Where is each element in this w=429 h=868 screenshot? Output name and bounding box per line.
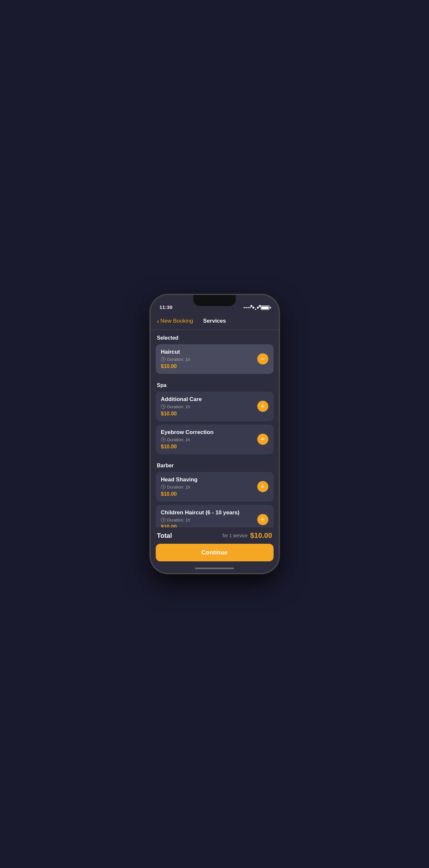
section-selected-label: Selected <box>156 330 274 344</box>
status-time: 11:30 <box>160 304 173 310</box>
notch <box>193 295 236 306</box>
service-count-label: for 1 service <box>223 533 247 538</box>
services-scroll[interactable]: Selected Haircut Duration: 1h $10.00 − S… <box>151 330 279 528</box>
service-card-children-haircut[interactable]: Children Haircut (6 - 10 years) Duration… <box>156 505 274 528</box>
clock-icon-eyebrow <box>161 437 165 442</box>
service-card-eyebrow[interactable]: Eyebrow Correction Duration: 1h $10.00 + <box>156 425 274 454</box>
section-spa-label: Spa <box>156 377 274 392</box>
add-additional-care-button[interactable]: + <box>257 401 268 412</box>
section-barber-label: Barber <box>156 458 274 472</box>
plus-icon-head-shaving: + <box>261 483 265 490</box>
service-price-head-shaving: $10.00 <box>161 491 257 497</box>
service-card-head-shaving[interactable]: Head Shaving Duration: 1h $10.00 + <box>156 472 274 502</box>
service-name-haircut: Haircut <box>161 349 257 355</box>
service-price-haircut: $10.00 <box>161 364 257 369</box>
total-amount: $10.00 <box>250 531 272 540</box>
phone-frame: 11:30 ‹ New Booking Services Se <box>151 295 279 573</box>
service-info-additional-care: Additional Care Duration: 1h $10.00 <box>161 396 257 417</box>
service-price-additional-care: $10.00 <box>161 411 257 417</box>
service-info-children-haircut: Children Haircut (6 - 10 years) Duration… <box>161 509 257 528</box>
plus-icon-eyebrow: + <box>261 436 265 443</box>
clock-icon-haircut <box>161 357 165 362</box>
service-duration-head-shaving: Duration: 1h <box>161 485 257 490</box>
service-duration-haircut: Duration: 1h <box>161 357 257 362</box>
nav-header: ‹ New Booking Services <box>151 312 279 330</box>
add-children-haircut-button[interactable]: + <box>257 514 268 525</box>
clock-icon-head-shaving <box>161 485 165 489</box>
service-price-eyebrow: $10.00 <box>161 444 257 450</box>
service-name-children-haircut: Children Haircut (6 - 10 years) <box>161 509 257 516</box>
remove-haircut-button[interactable]: − <box>257 353 268 365</box>
home-indicator <box>151 563 279 573</box>
service-duration-children-haircut: Duration: 1h <box>161 518 257 523</box>
back-button[interactable]: ‹ New Booking <box>157 318 193 324</box>
total-row: Total for 1 service $10.00 <box>156 531 274 540</box>
home-bar <box>195 567 234 569</box>
service-info-haircut: Haircut Duration: 1h $10.00 <box>161 349 257 369</box>
plus-icon-additional-care: + <box>261 403 265 410</box>
service-duration-eyebrow: Duration: 1h <box>161 437 257 442</box>
service-name-additional-care: Additional Care <box>161 396 257 403</box>
battery-icon <box>261 305 270 310</box>
service-price-children-haircut: $10.00 <box>161 524 257 528</box>
service-card-haircut[interactable]: Haircut Duration: 1h $10.00 − <box>156 344 274 374</box>
service-duration-additional-care: Duration: 1h <box>161 404 257 409</box>
add-eyebrow-button[interactable]: + <box>257 434 268 445</box>
service-info-eyebrow: Eyebrow Correction Duration: 1h $10.00 <box>161 429 257 450</box>
back-label: New Booking <box>160 318 193 324</box>
total-label: Total <box>157 532 172 539</box>
service-name-head-shaving: Head Shaving <box>161 476 257 483</box>
plus-icon-children-haircut: + <box>261 516 265 523</box>
screen: 11:30 ‹ New Booking Services Se <box>151 295 279 573</box>
page-title: Services <box>203 318 226 324</box>
add-head-shaving-button[interactable]: + <box>257 481 268 492</box>
service-name-eyebrow: Eyebrow Correction <box>161 429 257 436</box>
service-info-head-shaving: Head Shaving Duration: 1h $10.00 <box>161 476 257 497</box>
total-info: for 1 service $10.00 <box>223 531 272 540</box>
wifi-icon <box>253 305 258 310</box>
signal-icon <box>244 307 251 308</box>
clock-icon-additional-care <box>161 404 165 409</box>
back-chevron-icon: ‹ <box>157 318 159 324</box>
continue-button[interactable]: Continue <box>156 544 274 561</box>
service-card-additional-care[interactable]: Additional Care Duration: 1h $10.00 + <box>156 392 274 421</box>
status-icons <box>244 305 270 310</box>
bottom-bar: Total for 1 service $10.00 Continue <box>151 527 279 563</box>
minus-icon: − <box>261 355 265 363</box>
clock-icon-children-haircut <box>161 518 165 522</box>
battery-fill <box>261 306 269 309</box>
